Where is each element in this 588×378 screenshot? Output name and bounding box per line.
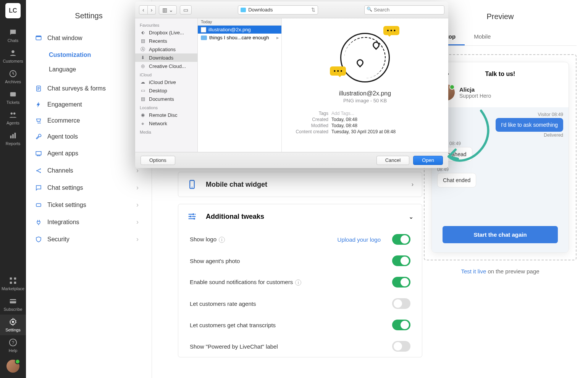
- additional-tweaks-header[interactable]: Additional tweaks ⌄: [178, 204, 422, 229]
- sidebar-item-creative-cloud[interactable]: ◎Creative Cloud...: [135, 62, 197, 70]
- nav-chat-surveys[interactable]: Chat surveys & forms: [30, 81, 144, 97]
- rail-agents-label: Agents: [6, 121, 19, 125]
- app-rail: LC Chats Customers Archives Tickets Agen…: [0, 0, 26, 378]
- search-input[interactable]: [364, 5, 444, 15]
- sidebar-item-recents[interactable]: ▤Recents: [135, 37, 197, 45]
- info-icon[interactable]: i: [295, 279, 301, 286]
- cloud-icon: ☁: [140, 79, 146, 85]
- sliders-icon: [187, 211, 197, 222]
- chatset-icon: [35, 184, 42, 191]
- nav-agent-tools[interactable]: Agent tools: [30, 129, 144, 145]
- rail-archives[interactable]: Archives: [0, 66, 26, 87]
- chevron-right-icon: ›: [136, 218, 139, 226]
- nav-engagement[interactable]: Engagement: [30, 97, 144, 113]
- nav-chat-settings[interactable]: Chat settings›: [30, 179, 144, 196]
- svg-rect-2: [10, 92, 16, 97]
- svg-rect-10: [10, 282, 12, 284]
- chat-icon: [9, 28, 17, 37]
- nav-forward-button[interactable]: ›: [148, 5, 156, 15]
- cc-icon: ◎: [140, 63, 146, 69]
- svg-point-14: [12, 321, 14, 323]
- agents-icon: [9, 111, 17, 119]
- dialog-toolbar: ‹ › ▥ ⌄ ▭ Downloads ⇅: [135, 2, 448, 18]
- chevron-right-icon: ›: [136, 201, 139, 209]
- user-avatar[interactable]: [6, 360, 19, 373]
- rail-subscribe[interactable]: Subscribe: [0, 294, 26, 315]
- updown-icon: ⇅: [311, 7, 315, 13]
- rail-help[interactable]: ? Help: [0, 335, 26, 356]
- rail-chats[interactable]: Chats: [0, 25, 26, 46]
- svg-text:?: ?: [12, 340, 15, 346]
- nav-chat-window[interactable]: Chat window: [30, 30, 144, 46]
- tags-field[interactable]: Add Tags...: [331, 111, 354, 116]
- open-button[interactable]: Open: [413, 156, 443, 165]
- toggle-transcripts[interactable]: [392, 320, 410, 330]
- end-meta: 08:49: [437, 167, 563, 172]
- favourites-header: Favourites: [135, 21, 197, 28]
- cancel-button[interactable]: Cancel: [376, 156, 409, 165]
- cart-icon: [35, 117, 42, 124]
- toggle-show-logo[interactable]: [392, 234, 410, 245]
- toggle-powered[interactable]: [392, 341, 410, 352]
- nav-back-button[interactable]: ‹: [139, 5, 148, 15]
- toggle-sound[interactable]: [392, 277, 410, 288]
- svg-rect-5: [10, 136, 12, 138]
- shield-icon: [35, 236, 42, 243]
- tab-mobile[interactable]: Mobile: [465, 29, 500, 45]
- settings-sidebar: Settings Chat window Customization Langu…: [26, 0, 152, 378]
- sidebar-item-documents[interactable]: ▤Documents: [135, 95, 197, 103]
- rail-tickets[interactable]: Tickets: [0, 87, 26, 108]
- svg-rect-11: [14, 282, 16, 284]
- options-button[interactable]: Options: [141, 156, 175, 165]
- nav-customization[interactable]: Customization: [49, 48, 144, 62]
- rail-marketplace-label: Marketplace: [2, 286, 24, 291]
- mobile-chat-widget-card[interactable]: Mobile chat widget ›: [178, 172, 422, 197]
- nav-security[interactable]: Security›: [30, 231, 144, 248]
- gear-icon: [9, 318, 17, 326]
- nav-integrations[interactable]: Integrations›: [30, 213, 144, 231]
- rail-agents[interactable]: Agents: [0, 108, 26, 128]
- file-row-things-folder[interactable]: things I shou...care enough ▸: [198, 34, 281, 42]
- rail-settings-label: Settings: [5, 328, 21, 332]
- nav-ecommerce[interactable]: Ecommerce: [30, 113, 144, 129]
- chevron-down-icon: ⌄: [409, 213, 414, 220]
- sidebar-item-remote-disc[interactable]: ◉Remote Disc: [135, 111, 197, 119]
- icloud-header: iCloud: [135, 70, 197, 78]
- sidebar-item-desktop[interactable]: ▭Desktop: [135, 86, 197, 95]
- rail-customers[interactable]: Customers: [0, 46, 26, 66]
- rail-reports[interactable]: Reports: [0, 128, 26, 149]
- ticketset-icon: [35, 202, 42, 208]
- sidebar-item-dropbox[interactable]: ⬖Dropbox (Live...: [135, 28, 197, 37]
- file-row-illustration[interactable]: illustration@2x.png: [198, 26, 281, 34]
- dialog-search: [364, 5, 444, 15]
- start-chat-again-button[interactable]: Start the chat again: [443, 226, 558, 243]
- toggle-rate[interactable]: [392, 298, 410, 309]
- svg-point-28: [190, 216, 192, 218]
- rail-archives-label: Archives: [5, 79, 21, 84]
- card-icon: [9, 297, 17, 305]
- sidebar-item-icloud-drive[interactable]: ☁iCloud Drive: [135, 78, 197, 86]
- rail-customers-label: Customers: [3, 59, 23, 63]
- upload-logo-link[interactable]: Upload your logo: [338, 236, 381, 243]
- nav-channels[interactable]: Channels›: [30, 162, 144, 179]
- rail-marketplace[interactable]: Marketplace: [0, 273, 26, 294]
- group-button[interactable]: ▭: [180, 5, 192, 15]
- nav-ticket-settings[interactable]: Ticket settings›: [30, 196, 144, 213]
- view-mode-button[interactable]: ▥ ⌄: [159, 5, 177, 15]
- toggle-agent-photo[interactable]: [392, 255, 410, 266]
- sidebar-item-downloads[interactable]: ⬇Downloads: [135, 53, 197, 62]
- nav-language[interactable]: Language: [49, 62, 144, 77]
- test-it-live-link[interactable]: Test it live: [461, 268, 486, 275]
- dialog-footer: Options Cancel Open: [135, 152, 448, 168]
- svg-point-26: [192, 187, 192, 187]
- location-dropdown[interactable]: Downloads ⇅: [238, 5, 318, 15]
- nav-agent-apps[interactable]: Agent apps›: [30, 145, 144, 162]
- tweak-rate: Let customers rate agents: [178, 293, 422, 314]
- chevron-right-icon: ›: [136, 184, 139, 192]
- reports-icon: [9, 131, 17, 140]
- info-icon[interactable]: i: [219, 237, 225, 243]
- svg-rect-18: [36, 36, 41, 37]
- sidebar-item-network[interactable]: 🜨Network: [135, 119, 197, 128]
- sidebar-item-applications[interactable]: ⒶApplications: [135, 45, 197, 53]
- rail-settings[interactable]: Settings: [0, 315, 26, 335]
